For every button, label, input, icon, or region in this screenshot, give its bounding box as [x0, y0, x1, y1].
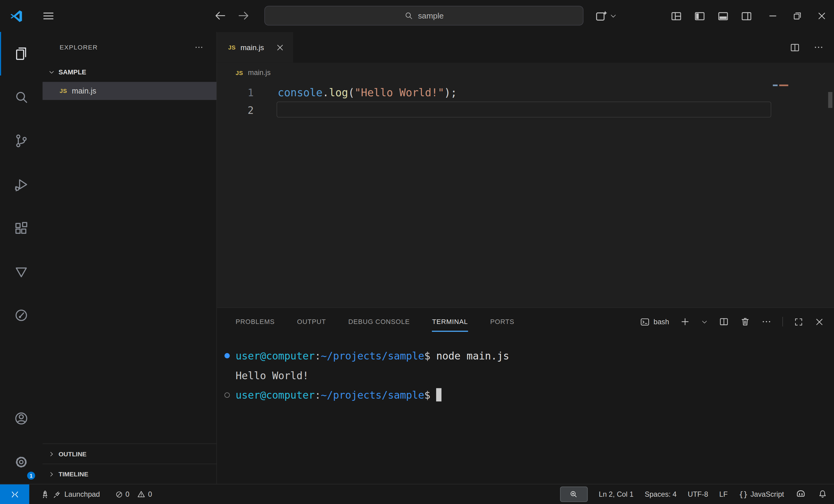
braces-icon: {}: [739, 490, 748, 499]
activity-settings-gear-icon[interactable]: 1: [0, 440, 43, 484]
encoding-status[interactable]: UTF-8: [688, 490, 708, 498]
main-area: 1 EXPLORER SAMPLE JS main.js: [0, 32, 834, 484]
breadcrumb-file: main.js: [248, 69, 270, 76]
new-terminal-icon[interactable]: [680, 316, 690, 327]
activity-extensions-icon[interactable]: [0, 206, 43, 250]
notifications-status[interactable]: [818, 489, 828, 499]
close-window-button[interactable]: [809, 0, 834, 32]
sidebar-title: EXPLORER: [60, 44, 98, 51]
activity-triangle-extension-icon[interactable]: [0, 250, 43, 294]
go-back-icon[interactable]: [214, 10, 226, 22]
maximize-panel-icon[interactable]: [794, 317, 804, 327]
activity-accounts-icon[interactable]: [0, 396, 43, 440]
minimap[interactable]: [773, 85, 788, 86]
vscode-logo: [9, 9, 23, 23]
zoom-status[interactable]: [560, 486, 588, 502]
chevron-right-icon: [48, 450, 56, 458]
sparkle-window-icon[interactable]: [595, 9, 608, 23]
terminal-dropdown-icon[interactable]: [701, 318, 708, 325]
editor-tab-bar: JS main.js: [217, 32, 834, 63]
outline-section-label: OUTLINE: [59, 450, 87, 458]
split-terminal-icon[interactable]: [719, 316, 729, 327]
activity-search-icon[interactable]: [0, 76, 43, 119]
divider: [782, 317, 783, 327]
chevron-down-icon: [48, 69, 56, 76]
js-file-icon: JS: [60, 88, 67, 94]
cursor-position-status[interactable]: Ln 2, Col 1: [599, 490, 633, 498]
problems-status[interactable]: 0 0: [115, 490, 157, 499]
editor-scrollbar[interactable]: [828, 92, 833, 108]
indentation-status[interactable]: Spaces: 4: [645, 490, 677, 498]
breadcrumb[interactable]: JS main.js: [217, 63, 834, 83]
toggle-primary-sidebar-icon[interactable]: [694, 10, 706, 22]
editor-more-actions-icon[interactable]: [813, 42, 824, 52]
shell-selector[interactable]: bash: [640, 317, 669, 327]
terminal[interactable]: user@computer:~/projects/sample$node mai…: [217, 336, 834, 484]
code-editor[interactable]: 1 console.log("Hello World!"); 2: [217, 82, 834, 307]
toggle-secondary-sidebar-icon[interactable]: [741, 10, 753, 22]
activity-source-control-icon[interactable]: [0, 119, 43, 163]
language-status[interactable]: {} JavaScript: [739, 490, 784, 499]
go-forward-icon[interactable]: [237, 10, 250, 22]
copilot-icon: [795, 488, 806, 500]
more-actions-icon[interactable]: [761, 316, 772, 327]
chevron-down-icon[interactable]: [610, 12, 617, 20]
panel-tab-problems[interactable]: PROBLEMS: [236, 308, 275, 336]
code-line-1: 1 console.log("Hello World!");: [217, 84, 834, 101]
timeline-section[interactable]: TIMELINE: [43, 464, 217, 484]
launchpad-status[interactable]: Launchpad: [40, 489, 100, 499]
vscode-window: sample: [0, 0, 834, 504]
restore-button[interactable]: [785, 0, 810, 32]
current-line-highlight: [277, 101, 771, 117]
error-count: 0: [126, 490, 129, 498]
timeline-section-label: TIMELINE: [59, 470, 88, 478]
shell-label: bash: [654, 318, 669, 325]
eol-status[interactable]: LF: [719, 490, 728, 498]
settings-badge: 1: [27, 472, 35, 479]
file-item-label: main.js: [72, 87, 96, 95]
toggle-panel-icon[interactable]: [717, 10, 729, 22]
customize-layout-icon[interactable]: [670, 10, 682, 22]
terminal-icon: [640, 317, 650, 327]
prompt-decoration-icon[interactable]: [224, 392, 230, 398]
search-command-center[interactable]: sample: [264, 6, 584, 25]
activity-run-debug-icon[interactable]: [0, 163, 43, 206]
code-text: console.log("Hello World!");: [278, 86, 457, 99]
js-file-icon: JS: [228, 44, 236, 50]
status-bar: Launchpad 0 0 Ln 2, Col 1 Spaces: 4 UTF-…: [0, 484, 834, 504]
copilot-status[interactable]: [795, 488, 806, 500]
activity-explorer-icon[interactable]: [0, 32, 43, 76]
folder-section-label: SAMPLE: [59, 69, 86, 76]
close-panel-icon[interactable]: [814, 317, 824, 327]
minimize-button[interactable]: [761, 0, 785, 32]
search-icon: [404, 11, 413, 20]
panel-tab-debug-console[interactable]: DEBUG CONSOLE: [348, 308, 410, 336]
tab-main-js[interactable]: JS main.js: [217, 32, 293, 63]
menu-icon[interactable]: [42, 9, 56, 23]
editor-group: JS main.js JS main.js: [217, 32, 834, 484]
split-editor-icon[interactable]: [789, 42, 800, 53]
panel-tab-output[interactable]: OUTPUT: [297, 308, 326, 336]
command-center-text: sample: [418, 11, 444, 20]
command-decoration-icon[interactable]: [224, 353, 230, 359]
rocket-icon: [40, 489, 49, 499]
panel-tab-terminal[interactable]: TERMINAL: [432, 308, 468, 336]
explorer-more-actions-icon[interactable]: [194, 43, 204, 52]
chevron-right-icon: [48, 470, 56, 478]
title-bar: sample: [0, 0, 834, 32]
activity-circle-extension-icon[interactable]: [0, 294, 43, 337]
terminal-cursor: [436, 388, 442, 402]
file-item-main-js[interactable]: JS main.js: [43, 82, 217, 100]
bell-icon: [818, 489, 828, 499]
folder-section-sample[interactable]: SAMPLE: [43, 63, 217, 82]
error-icon: [115, 490, 123, 499]
panel-tab-ports[interactable]: PORTS: [490, 308, 514, 336]
remote-indicator[interactable]: [0, 484, 29, 504]
kill-terminal-icon[interactable]: [740, 316, 750, 327]
launchpad-label: Launchpad: [64, 490, 100, 498]
code-line-2: 2: [217, 101, 834, 119]
line-number: 2: [217, 104, 254, 116]
close-tab-icon[interactable]: [276, 43, 285, 52]
outline-section[interactable]: OUTLINE: [43, 443, 217, 464]
activity-bar: 1: [0, 32, 43, 484]
